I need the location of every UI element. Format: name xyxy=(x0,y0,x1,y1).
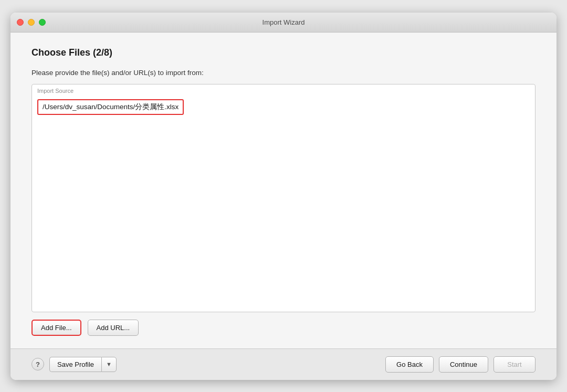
minimize-button[interactable] xyxy=(28,19,35,26)
maximize-button[interactable] xyxy=(39,19,46,26)
go-back-button[interactable]: Go Back xyxy=(385,356,434,373)
window-title: Import Wizard xyxy=(262,18,305,26)
page-description: Please provide the file(s) and/or URL(s)… xyxy=(32,69,536,77)
footer: ? Save Profile ▼ Go Back Continue Start xyxy=(10,348,556,380)
import-source-content: /Users/dv_susan/Documents/分类属性.xlsx xyxy=(32,84,535,120)
import-source-container: Import Source /Users/dv_susan/Documents/… xyxy=(32,84,536,312)
close-button[interactable] xyxy=(17,19,24,26)
add-url-button[interactable]: Add URL... xyxy=(88,320,139,336)
start-button[interactable]: Start xyxy=(494,356,536,373)
import-source-label: Import Source xyxy=(37,88,74,94)
main-content: Choose Files (2/8) Please provide the fi… xyxy=(10,33,556,348)
help-button[interactable]: ? xyxy=(32,358,44,370)
footer-left: ? Save Profile ▼ xyxy=(32,357,385,372)
traffic-lights xyxy=(17,19,46,26)
continue-button[interactable]: Continue xyxy=(439,356,488,373)
footer-right: Go Back Continue Start xyxy=(385,356,536,373)
chevron-down-icon: ▼ xyxy=(106,361,112,367)
save-profile-dropdown-button[interactable]: ▼ xyxy=(101,357,117,372)
source-buttons-row: Add File... Add URL... xyxy=(32,320,536,336)
save-profile-button[interactable]: Save Profile xyxy=(49,357,101,372)
save-profile-group: Save Profile ▼ xyxy=(49,357,117,372)
main-window: Import Wizard Choose Files (2/8) Please … xyxy=(10,13,556,380)
add-file-button[interactable]: Add File... xyxy=(32,320,81,336)
page-title: Choose Files (2/8) xyxy=(32,47,536,58)
file-path-entry: /Users/dv_susan/Documents/分类属性.xlsx xyxy=(37,99,184,115)
title-bar: Import Wizard xyxy=(10,13,556,33)
